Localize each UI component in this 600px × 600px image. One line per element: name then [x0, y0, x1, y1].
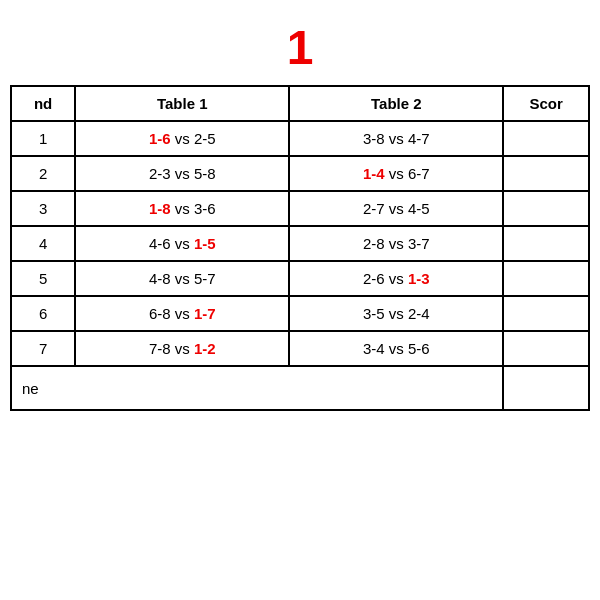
- table-cell: 4-8 vs 5-7: [75, 261, 289, 296]
- score-cell: [503, 261, 589, 296]
- table-cell: 1-8 vs 3-6: [75, 191, 289, 226]
- table-cell: 1-4 vs 6-7: [289, 156, 503, 191]
- table-row: 77-8 vs 1-23-4 vs 5-6: [11, 331, 589, 366]
- page-title: 1: [287, 20, 314, 75]
- table-cell: 2-8 vs 3-7: [289, 226, 503, 261]
- score-cell: [503, 156, 589, 191]
- table-row: 44-6 vs 1-52-8 vs 3-7: [11, 226, 589, 261]
- table-cell: 3-4 vs 5-6: [289, 331, 503, 366]
- round-cell: 7: [11, 331, 75, 366]
- table-cell: 2-6 vs 1-3: [289, 261, 503, 296]
- table-cell: 3-8 vs 4-7: [289, 121, 503, 156]
- table-cell: 1-6 vs 2-5: [75, 121, 289, 156]
- score-cell: [503, 331, 589, 366]
- table-header-row: nd Table 1 Table 2 Scor: [11, 86, 589, 121]
- table-row: 22-3 vs 5-81-4 vs 6-7: [11, 156, 589, 191]
- round-cell: 4: [11, 226, 75, 261]
- score-cell: [503, 191, 589, 226]
- footer-cell: ne: [11, 366, 503, 410]
- score-cell: [503, 121, 589, 156]
- table-row: 66-8 vs 1-73-5 vs 2-4: [11, 296, 589, 331]
- table-row: 11-6 vs 2-53-8 vs 4-7: [11, 121, 589, 156]
- round-cell: 3: [11, 191, 75, 226]
- table-cell: 2-7 vs 4-5: [289, 191, 503, 226]
- table-cell: 4-6 vs 1-5: [75, 226, 289, 261]
- score-cell: [503, 226, 589, 261]
- score-cell: [503, 296, 589, 331]
- table-row: 31-8 vs 3-62-7 vs 4-5: [11, 191, 589, 226]
- round-cell: 6: [11, 296, 75, 331]
- table-cell: 2-3 vs 5-8: [75, 156, 289, 191]
- footer-row: ne: [11, 366, 589, 410]
- table-cell: 3-5 vs 2-4: [289, 296, 503, 331]
- header-round: nd: [11, 86, 75, 121]
- header-table2: Table 2: [289, 86, 503, 121]
- schedule-table: nd Table 1 Table 2 Scor 11-6 vs 2-53-8 v…: [10, 85, 590, 411]
- round-cell: 1: [11, 121, 75, 156]
- round-cell: 2: [11, 156, 75, 191]
- header-table1: Table 1: [75, 86, 289, 121]
- table-cell: 7-8 vs 1-2: [75, 331, 289, 366]
- round-cell: 5: [11, 261, 75, 296]
- table-row: 54-8 vs 5-72-6 vs 1-3: [11, 261, 589, 296]
- header-score: Scor: [503, 86, 589, 121]
- footer-score-cell: [503, 366, 589, 410]
- table-cell: 6-8 vs 1-7: [75, 296, 289, 331]
